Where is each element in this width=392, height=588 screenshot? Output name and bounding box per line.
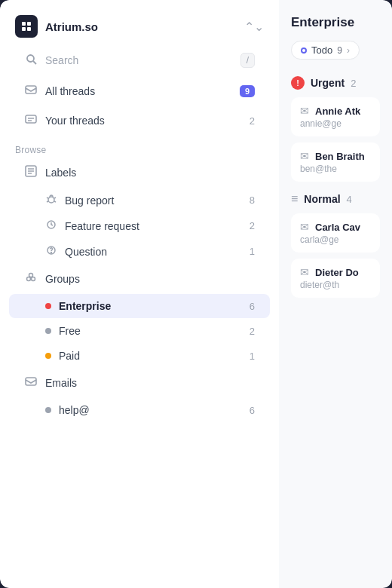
free-dot <box>45 328 51 334</box>
thread-carla[interactable]: ✉ Carla Cav carla@ge <box>291 213 380 253</box>
thread-name-dieter: Dieter Do <box>315 267 359 278</box>
emails-icon <box>24 375 38 390</box>
app-container: Atrium.so ⌃⌄ Search / <box>0 0 392 588</box>
thread-name-carla: Carla Cav <box>315 222 360 233</box>
svg-point-22 <box>27 277 31 281</box>
paid-count: 1 <box>250 351 255 362</box>
enterprise-count: 6 <box>250 301 255 312</box>
search-bar[interactable]: Search / <box>9 47 270 74</box>
feature-request-label: Feature request <box>65 220 139 232</box>
app-logo-icon <box>15 15 38 38</box>
todo-label: Todo <box>311 44 332 56</box>
app-name: Atrium.so <box>45 20 98 33</box>
svg-line-17 <box>47 201 48 202</box>
search-left: Search <box>24 54 78 68</box>
labels-nav[interactable]: Labels <box>9 158 270 187</box>
tab-chevron-icon: › <box>347 45 350 56</box>
todo-tab[interactable]: Todo 9 › <box>291 41 360 60</box>
thread-email-ben: ben@the <box>300 164 371 174</box>
logo-area: Atrium.so <box>15 15 98 38</box>
all-threads-label: All threads <box>45 85 95 97</box>
feature-request-count: 2 <box>250 220 255 231</box>
svg-rect-1 <box>27 22 31 26</box>
paid-label: Paid <box>59 350 80 362</box>
enterprise-group-item[interactable]: Enterprise 6 <box>9 294 270 318</box>
svg-point-21 <box>51 253 52 253</box>
labels-label: Labels <box>45 167 76 179</box>
free-group-item[interactable]: Free 2 <box>9 319 270 343</box>
all-threads-icon <box>24 84 38 99</box>
thread-email-dieter: dieter@th <box>300 280 371 290</box>
sidebar: Atrium.so ⌃⌄ Search / <box>0 0 279 588</box>
free-count: 2 <box>250 326 255 337</box>
svg-point-4 <box>27 55 34 62</box>
thread-dieter[interactable]: ✉ Dieter Do dieter@th <box>291 259 380 298</box>
question-icon <box>45 245 57 258</box>
browse-section-label: Browse <box>0 136 279 158</box>
your-threads-label: Your threads <box>45 115 105 127</box>
urgent-icon: ! <box>291 76 305 90</box>
question-label: Question <box>65 246 107 258</box>
help-email-count: 6 <box>250 405 255 416</box>
mail-icon: ✉ <box>300 221 309 233</box>
todo-count: 9 <box>337 45 342 56</box>
right-panel-title: Enterprise <box>291 15 380 30</box>
svg-line-16 <box>54 198 56 198</box>
svg-point-24 <box>29 274 33 277</box>
labels-icon <box>24 165 38 180</box>
help-email-item[interactable]: help@ 6 <box>9 398 270 422</box>
free-label: Free <box>59 325 81 337</box>
urgent-count: 2 <box>351 78 356 89</box>
groups-icon <box>24 271 38 286</box>
svg-rect-3 <box>27 27 31 31</box>
thread-ben[interactable]: ✉ Ben Braith ben@the <box>291 142 380 182</box>
groups-label: Groups <box>45 273 80 285</box>
groups-nav[interactable]: Groups <box>9 265 270 293</box>
your-threads-nav[interactable]: Your threads 2 <box>9 106 270 135</box>
emails-nav[interactable]: Emails <box>9 369 270 397</box>
right-panel: Enterprise Todo 9 › ! Urgent 2 ✉ Annie A… <box>279 0 392 588</box>
your-threads-icon <box>24 113 38 128</box>
svg-point-23 <box>32 277 35 281</box>
search-label: Search <box>45 54 78 66</box>
thread-email-carla: carla@ge <box>300 234 371 245</box>
search-icon <box>24 54 38 68</box>
feature-request-item[interactable]: Feature request 2 <box>9 213 270 238</box>
paid-dot <box>45 353 51 359</box>
mail-icon: ✉ <box>300 150 309 162</box>
todo-dot-icon <box>301 47 307 54</box>
thread-annie[interactable]: ✉ Annie Atk annie@ge <box>291 97 380 136</box>
all-threads-nav[interactable]: All threads 9 <box>9 77 270 106</box>
question-count: 1 <box>250 246 255 257</box>
thread-name-annie: Annie Atk <box>315 106 360 117</box>
svg-line-15 <box>47 198 48 198</box>
enterprise-dot <box>45 303 51 309</box>
help-email-dot <box>45 407 51 413</box>
your-threads-count: 2 <box>250 115 255 127</box>
help-email-label: help@ <box>59 404 90 416</box>
bug-icon <box>45 194 57 207</box>
urgent-priority-row: ! Urgent 2 <box>291 72 380 94</box>
svg-rect-0 <box>22 22 26 26</box>
normal-count: 4 <box>347 194 352 205</box>
bug-report-label: Bug report <box>65 194 114 207</box>
normal-label: Normal <box>304 193 340 205</box>
svg-line-5 <box>33 61 36 64</box>
normal-icon: ≡ <box>291 192 298 206</box>
thread-email-annie: annie@ge <box>300 118 371 129</box>
thread-name-ben: Ben Braith <box>315 151 365 162</box>
bug-report-item[interactable]: Bug report 8 <box>9 188 270 213</box>
workspace-switcher-icon[interactable]: ⌃⌄ <box>244 20 264 34</box>
enterprise-label: Enterprise <box>59 300 111 312</box>
mail-icon: ✉ <box>300 266 309 278</box>
feature-icon <box>45 219 57 232</box>
emails-label: Emails <box>45 377 77 389</box>
sidebar-header: Atrium.so ⌃⌄ <box>0 0 279 47</box>
paid-group-item[interactable]: Paid 1 <box>9 344 270 368</box>
normal-priority-row: ≡ Normal 4 <box>291 188 380 210</box>
question-item[interactable]: Question 1 <box>9 239 270 264</box>
mail-icon: ✉ <box>300 105 309 117</box>
urgent-label: Urgent <box>311 77 345 89</box>
svg-rect-7 <box>26 115 36 123</box>
bug-report-count: 8 <box>250 194 255 206</box>
